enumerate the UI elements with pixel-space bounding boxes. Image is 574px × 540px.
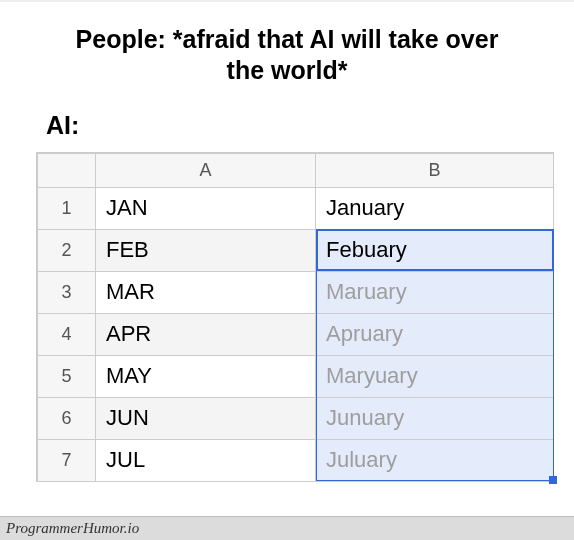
cell-a[interactable]: MAR <box>96 271 316 313</box>
corner-cell[interactable] <box>38 153 96 187</box>
cell-b[interactable]: Febuary <box>316 229 554 271</box>
row-header[interactable]: 4 <box>38 313 96 355</box>
table-row: 3MARMaruary <box>38 271 554 313</box>
table-row: 5MAYMaryuary <box>38 355 554 397</box>
caption-line-2: the world* <box>30 55 544 86</box>
cell-a[interactable]: JUN <box>96 397 316 439</box>
spreadsheet[interactable]: A B 1JANJanuary2FEBFebuary3MARMaruary4AP… <box>36 152 554 482</box>
cell-b[interactable]: Maruary <box>316 271 554 313</box>
cell-b[interactable]: January <box>316 187 554 229</box>
row-header[interactable]: 2 <box>38 229 96 271</box>
table-row: 6JUNJunuary <box>38 397 554 439</box>
watermark: ProgrammerHumor.io <box>0 516 574 540</box>
table-row: 1JANJanuary <box>38 187 554 229</box>
cell-b[interactable]: Maryuary <box>316 355 554 397</box>
table-row: 4APRApruary <box>38 313 554 355</box>
cell-b[interactable]: Junuary <box>316 397 554 439</box>
column-header-row: A B <box>38 153 554 187</box>
cell-b[interactable]: Juluary <box>316 439 554 481</box>
cell-a[interactable]: FEB <box>96 229 316 271</box>
cell-a[interactable]: APR <box>96 313 316 355</box>
column-header-b[interactable]: B <box>316 153 554 187</box>
ai-label: AI: <box>46 111 574 140</box>
table-row: 7JULJuluary <box>38 439 554 481</box>
row-header[interactable]: 6 <box>38 397 96 439</box>
row-header[interactable]: 3 <box>38 271 96 313</box>
meme-caption: People: *afraid that AI will take over t… <box>0 2 574 93</box>
caption-line-1: People: *afraid that AI will take over <box>30 24 544 55</box>
cell-a[interactable]: MAY <box>96 355 316 397</box>
row-header[interactable]: 5 <box>38 355 96 397</box>
row-header[interactable]: 7 <box>38 439 96 481</box>
cell-a[interactable]: JAN <box>96 187 316 229</box>
row-header[interactable]: 1 <box>38 187 96 229</box>
table-row: 2FEBFebuary <box>38 229 554 271</box>
cell-b[interactable]: Apruary <box>316 313 554 355</box>
column-header-a[interactable]: A <box>96 153 316 187</box>
cell-a[interactable]: JUL <box>96 439 316 481</box>
